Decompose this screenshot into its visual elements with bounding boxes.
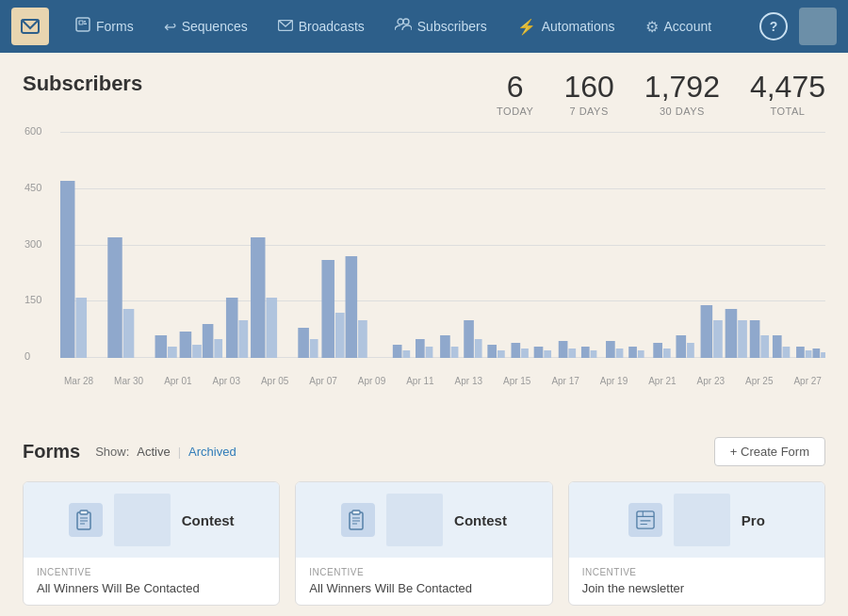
- svg-rect-65: [821, 352, 825, 358]
- forms-header-left: Forms Show: Active | Archived: [23, 441, 236, 462]
- stat-today: 6 TODAY: [497, 72, 533, 117]
- nav-subscribers-label: Subscribers: [417, 19, 487, 34]
- form-card-desc-2: All Winners Will Be Contacted: [309, 581, 538, 595]
- svg-rect-20: [251, 237, 265, 358]
- stat-30days-number: 1,792: [644, 72, 720, 102]
- grid-label-600: 600: [24, 125, 41, 137]
- svg-rect-76: [637, 511, 654, 528]
- automations-icon: ⚡: [517, 18, 536, 36]
- svg-point-6: [398, 19, 403, 24]
- x-label-apr25: Apr 25: [745, 376, 773, 386]
- svg-rect-8: [60, 181, 74, 358]
- x-label-apr03: Apr 03: [213, 376, 240, 386]
- svg-rect-59: [760, 335, 769, 358]
- nav-forms[interactable]: Forms: [60, 9, 149, 43]
- svg-rect-39: [521, 349, 529, 358]
- grid-label-300: 300: [24, 238, 41, 250]
- x-label-apr05: Apr 05: [261, 376, 288, 386]
- svg-rect-22: [298, 328, 309, 358]
- nav-automations-label: Automations: [542, 19, 615, 34]
- svg-rect-37: [497, 350, 505, 358]
- help-button[interactable]: ?: [759, 12, 788, 41]
- svg-rect-45: [591, 350, 597, 358]
- svg-rect-17: [214, 339, 222, 358]
- svg-rect-35: [475, 339, 482, 358]
- filter-divider: |: [178, 445, 181, 459]
- x-label-apr21: Apr 21: [648, 376, 676, 386]
- svg-rect-41: [544, 350, 551, 358]
- svg-rect-34: [464, 320, 474, 358]
- x-label-apr15: Apr 15: [503, 376, 530, 386]
- form-card-thumb-3: [674, 494, 730, 546]
- show-label: Show:: [95, 445, 129, 459]
- svg-rect-57: [738, 320, 747, 358]
- form-card-preview-2: Contest: [296, 482, 551, 558]
- svg-rect-10: [107, 237, 122, 358]
- filter-archived[interactable]: Archived: [188, 445, 236, 459]
- main-content: Subscribers 6 TODAY 160 7 DAYS 1,792 30 …: [0, 53, 848, 616]
- stat-total-label: TOTAL: [750, 105, 825, 117]
- forms-section: Forms Show: Active | Archived + Create F…: [23, 437, 825, 606]
- svg-rect-52: [676, 335, 686, 358]
- svg-rect-25: [335, 313, 345, 358]
- svg-rect-49: [638, 350, 644, 358]
- main-nav: Forms ↩ Sequences Broadcasts: [60, 9, 726, 43]
- form-card-contest-2[interactable]: Contest INCENTIVE All Winners Will Be Co…: [295, 481, 552, 606]
- svg-rect-23: [310, 339, 318, 358]
- chart-area: 600 450 300 150 0: [60, 132, 825, 386]
- x-label-apr11: Apr 11: [406, 376, 433, 386]
- stats-row: 6 TODAY 160 7 DAYS 1,792 30 DAYS 4,475 T…: [497, 72, 825, 117]
- form-card-body-3: INCENTIVE Join the newsletter: [569, 558, 824, 605]
- nav-automations[interactable]: ⚡ Automations: [502, 10, 630, 43]
- nav-account[interactable]: ⚙ Account: [630, 10, 727, 43]
- form-card-icon-2: [341, 503, 375, 537]
- form-card-preview-1: Contest: [24, 482, 279, 558]
- form-card-pro[interactable]: Pro INCENTIVE Join the newsletter: [568, 481, 825, 606]
- stat-today-number: 6: [497, 72, 533, 102]
- form-card-name-3: Pro: [742, 512, 765, 528]
- filter-active[interactable]: Active: [137, 445, 170, 459]
- svg-rect-58: [750, 320, 760, 358]
- form-card-thumb-2: [386, 494, 443, 546]
- nav-subscribers[interactable]: Subscribers: [380, 10, 502, 42]
- stat-today-label: TODAY: [497, 105, 533, 117]
- svg-rect-27: [358, 320, 367, 358]
- form-card-preview-3: Pro: [569, 482, 824, 558]
- subscribers-icon: [395, 18, 412, 35]
- svg-rect-14: [180, 332, 192, 358]
- svg-rect-51: [663, 349, 671, 358]
- svg-rect-67: [80, 511, 88, 514]
- form-card-desc-3: Join the newsletter: [582, 581, 811, 595]
- grid-label-450: 450: [24, 182, 41, 193]
- avatar[interactable]: [799, 8, 837, 45]
- nav-sequences[interactable]: ↩ Sequences: [149, 10, 263, 43]
- logo[interactable]: [11, 8, 49, 45]
- svg-rect-33: [451, 347, 459, 358]
- svg-rect-54: [701, 305, 713, 358]
- stat-30days-label: 30 DAYS: [644, 105, 720, 117]
- forms-title: Forms: [23, 441, 80, 462]
- x-label-apr07: Apr 07: [309, 376, 336, 386]
- svg-rect-26: [346, 256, 358, 358]
- svg-rect-55: [713, 320, 723, 358]
- nav-broadcasts-label: Broadcasts: [299, 19, 365, 34]
- forms-header: Forms Show: Active | Archived + Create F…: [23, 437, 825, 466]
- nav-forms-label: Forms: [96, 19, 134, 34]
- forms-filter: Show: Active | Archived: [95, 445, 236, 459]
- form-card-body-2: INCENTIVE All Winners Will Be Contacted: [296, 558, 551, 605]
- svg-rect-4: [84, 24, 87, 25]
- account-icon: ⚙: [645, 18, 659, 36]
- form-card-name-2: Contest: [454, 512, 507, 528]
- x-label-apr19: Apr 19: [600, 376, 628, 386]
- nav-broadcasts[interactable]: Broadcasts: [263, 10, 380, 42]
- broadcasts-icon: [278, 18, 293, 35]
- x-label-mar30: Mar 30: [114, 376, 143, 386]
- nav-sequences-label: Sequences: [182, 19, 248, 34]
- svg-rect-56: [726, 309, 738, 358]
- svg-rect-46: [606, 341, 615, 358]
- create-form-button[interactable]: + Create Form: [714, 437, 825, 466]
- form-card-icon-1: [69, 503, 103, 537]
- svg-rect-11: [123, 309, 135, 358]
- svg-rect-61: [783, 347, 791, 358]
- form-card-contest-1[interactable]: Contest INCENTIVE All Winners Will Be Co…: [23, 481, 280, 606]
